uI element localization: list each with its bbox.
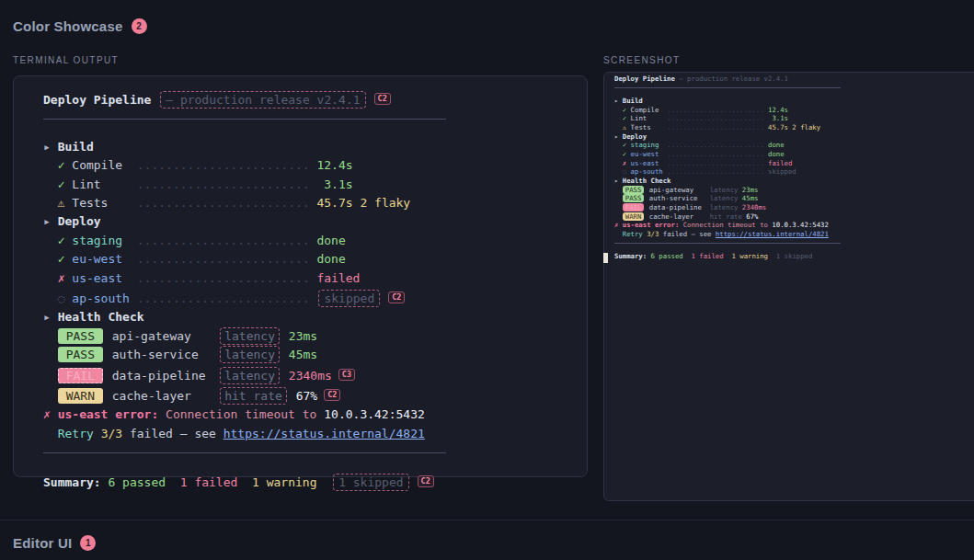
footer-header: Editor UI 1 [13, 535, 96, 551]
terminal-line: PASS api-gateway latency 23ms [43, 327, 557, 346]
status-badge: PASS [58, 347, 103, 362]
highlight-box: hit rate [710, 212, 742, 221]
highlight-box: latency [220, 327, 280, 345]
terminal-line: ✗ us-east ........................ faile… [614, 159, 974, 168]
highlight-box: skipped [318, 290, 380, 307]
annotation-chip: C2 [388, 291, 405, 303]
section-divider [0, 520, 974, 520]
terminal-panel: Deploy Pipeline — production release v2.… [13, 75, 588, 477]
terminal-line: ✓ staging ........................ done [614, 141, 974, 150]
terminal-line: Summary: 6 passed 1 failed 1 warning 1 s… [614, 252, 974, 261]
status-link[interactable]: https://status.internal/4821 [223, 427, 425, 440]
terminal-output-label: TERMINAL OUTPUT [13, 55, 119, 65]
terminal-line: PASS auth-service latency 45ms [43, 346, 557, 364]
highlight-box: latency [710, 203, 739, 211]
terminal-line: ▸ Deploy [43, 212, 557, 231]
terminal-divider [614, 243, 974, 252]
status-link: https://status.internal/4821 [716, 230, 829, 238]
terminal-line: FAIL data-pipeline latency 2340msC3 [614, 203, 974, 212]
highlight-box: hit rate [220, 387, 287, 405]
terminal-line: WARN cache-layer hit rate 67%C2 [43, 385, 557, 406]
page-header: Color Showcase 2 [13, 18, 147, 34]
status-badge: PASS [623, 194, 645, 202]
highlight-box: 1 skipped [333, 474, 408, 491]
terminal-line: Retry 3/3 failed — see https://status.in… [43, 425, 557, 443]
terminal-line: ✓ eu-west ........................ done [614, 150, 974, 159]
section-count-badge: 2 [132, 18, 147, 34]
status-badge: PASS [58, 328, 103, 344]
annotation-chip: C2 [324, 389, 340, 401]
terminal-line: Summary: 6 passed 1 failed 1 warning 1 s… [43, 472, 557, 492]
highlight-box: skipped [768, 167, 796, 176]
terminal-line: ▸ Health Check [43, 308, 557, 326]
terminal-line: ◌ ap-south ........................ skip… [43, 288, 557, 308]
terminal-line: ▸ Build [614, 97, 974, 106]
status-badge: FAIL [623, 203, 645, 211]
terminal-line: ✗ us-east ........................ faile… [43, 269, 557, 288]
terminal-line: ✓ Lint ........................ 3.1s [43, 176, 557, 194]
terminal-divider [614, 87, 974, 97]
terminal-line: Deploy Pipeline — production release v2.… [43, 89, 557, 109]
terminal-line: PASS auth-service latency 45ms [614, 194, 974, 203]
terminal-line: ✓ Lint ........................ 3.1s [614, 114, 974, 123]
annotation-chip: C2 [374, 93, 391, 105]
screenshot-label: SCREENSHOT [603, 55, 680, 65]
highlight-box: latency [220, 367, 280, 384]
screenshot-preview-panel: Deploy Pipeline — production release v2.… [603, 72, 974, 501]
terminal-line: ✓ staging ........................ done [43, 232, 557, 250]
status-badge: WARN [623, 212, 645, 221]
terminal-line: ✗ us-east error: Connection timeout to 1… [614, 221, 974, 230]
highlight-box: latency [710, 186, 739, 194]
footer-title: Editor UI [13, 535, 72, 551]
highlight-box: — production release v2.4.1 [679, 74, 788, 83]
page-title: Color Showcase [13, 18, 123, 34]
highlight-box: latency [220, 346, 280, 363]
terminal-line: ✓ Compile ........................ 12.4s [614, 106, 974, 115]
terminal-line: ✓ Compile ........................ 12.4s [43, 156, 557, 175]
terminal-line: ⚠ Tests ........................ 45.7s 2… [43, 194, 557, 212]
terminal-line: PASS api-gateway latency 23ms [614, 186, 974, 195]
terminal-divider [43, 452, 557, 471]
terminal-line: ◌ ap-south ........................ skip… [614, 167, 974, 177]
terminal-divider [43, 119, 557, 137]
terminal-line: ⚠ Tests ........................ 45.7s 2… [614, 123, 974, 132]
terminal-line: Deploy Pipeline — production release v2.… [614, 74, 974, 84]
status-badge: WARN [58, 388, 103, 404]
annotation-chip: C2 [418, 475, 434, 487]
terminal-line: ▸ Health Check [614, 177, 974, 186]
terminal-line: ✓ eu-west ........................ done [43, 250, 557, 269]
status-badge: PASS [623, 186, 645, 194]
terminal-line: ▸ Deploy [614, 132, 974, 142]
terminal-line: Retry 3/3 failed — see https://status.in… [614, 230, 974, 239]
footer-count-badge: 1 [80, 535, 96, 551]
terminal-line: FAIL data-pipeline latency 2340msC3 [43, 365, 557, 385]
highlight-box: — production release v2.4.1 [160, 91, 365, 109]
annotation-chip: C3 [338, 369, 355, 381]
terminal-line: WARN cache-layer hit rate 67%C2 [614, 212, 974, 222]
terminal-line: ✗ us-east error: Connection timeout to 1… [43, 406, 557, 424]
terminal-line: ▸ Build [43, 138, 557, 156]
terminal-cursor [603, 253, 608, 263]
highlight-box: 1 skipped [776, 252, 813, 260]
highlight-box: latency [710, 194, 739, 202]
status-badge: FAIL [58, 368, 103, 383]
